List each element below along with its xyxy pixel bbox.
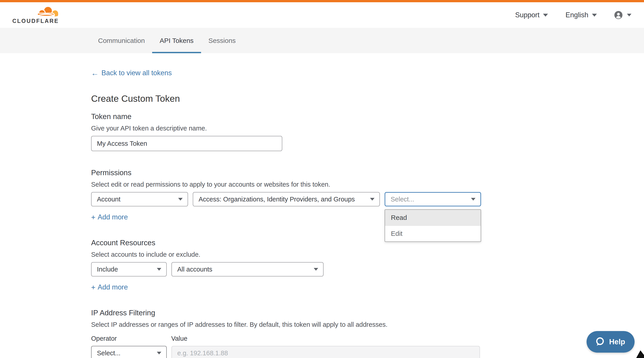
resource-mode-value: Include xyxy=(97,266,118,273)
permission-scope-select[interactable]: Account xyxy=(91,192,188,206)
help-button[interactable]: Help xyxy=(586,331,634,352)
menu-option-edit[interactable]: Edit xyxy=(385,226,481,241)
permissions-description: Select edit or read permissions to apply… xyxy=(91,180,486,188)
ip-operator-placeholder: Select... xyxy=(97,349,120,357)
permissions-add-more-link[interactable]: + Add more xyxy=(91,213,128,221)
account-resources-add-more-label: Add more xyxy=(98,283,128,291)
mouse-cursor xyxy=(636,350,644,358)
profile-tabbar: Communication API Tokens Sessions xyxy=(0,28,644,53)
chevron-down-icon xyxy=(370,198,374,201)
cloudflare-cloud-icon xyxy=(36,6,59,17)
chevron-down-icon xyxy=(471,198,476,201)
plus-icon: + xyxy=(91,284,95,291)
help-button-label: Help xyxy=(609,337,625,346)
account-resources-row: Include All accounts xyxy=(91,262,486,276)
chevron-down-icon xyxy=(314,268,318,271)
token-name-heading: Token name xyxy=(91,112,486,121)
ip-filtering-heading: IP Address Filtering xyxy=(91,308,486,317)
ip-filtering-labels: Operator Value xyxy=(91,335,486,342)
ip-operator-select[interactable]: Select... xyxy=(91,346,167,358)
value-label: Value xyxy=(171,335,187,342)
support-menu[interactable]: Support xyxy=(515,11,548,19)
tab-sessions[interactable]: Sessions xyxy=(201,28,243,53)
main-content: ← Back to view all tokens Create Custom … xyxy=(91,53,486,358)
support-menu-label: Support xyxy=(515,11,540,19)
chat-bubble-icon xyxy=(595,337,605,347)
back-to-tokens-link[interactable]: ← Back to view all tokens xyxy=(91,69,172,77)
tab-api-tokens[interactable]: API Tokens xyxy=(152,28,201,53)
operator-label: Operator xyxy=(91,335,171,342)
menu-option-read[interactable]: Read xyxy=(385,210,481,226)
permission-level-select[interactable]: Select... xyxy=(384,192,481,206)
token-name-input[interactable] xyxy=(91,136,282,151)
header: CLOUDFLARE Support English xyxy=(0,2,644,28)
resource-target-select[interactable]: All accounts xyxy=(172,262,324,276)
ip-filtering-description: Select IP addresses or ranges of IP addr… xyxy=(91,320,486,328)
permission-level-wrap: Select... Read Edit xyxy=(384,192,481,206)
plus-icon: + xyxy=(91,214,95,221)
permission-resource-value: Access: Organizations, Identity Provider… xyxy=(198,196,355,203)
ip-value-input[interactable] xyxy=(172,346,480,358)
resource-mode-select[interactable]: Include xyxy=(91,262,167,276)
chevron-down-icon xyxy=(178,198,183,201)
top-accent-bar xyxy=(0,0,644,2)
account-resources-description: Select accounts to include or exclude. xyxy=(91,250,486,258)
chevron-down-icon xyxy=(543,14,548,17)
user-avatar-icon xyxy=(614,11,622,19)
language-menu[interactable]: English xyxy=(566,11,597,19)
token-name-description: Give your API token a descriptive name. xyxy=(91,124,486,132)
resource-target-value: All accounts xyxy=(177,266,212,273)
permissions-row: Account Access: Organizations, Identity … xyxy=(91,192,486,206)
permission-resource-select[interactable]: Access: Organizations, Identity Provider… xyxy=(193,192,380,206)
chevron-down-icon xyxy=(627,14,632,17)
ip-filtering-row: Select... xyxy=(91,346,486,358)
permission-level-menu: Read Edit xyxy=(384,209,481,242)
back-arrow-icon: ← xyxy=(91,69,99,77)
chevron-down-icon xyxy=(592,14,597,17)
language-menu-label: English xyxy=(566,11,588,19)
permissions-add-more-label: Add more xyxy=(98,213,128,221)
permission-scope-value: Account xyxy=(97,196,120,203)
cloudflare-wordmark: CLOUDFLARE xyxy=(12,18,59,24)
chevron-down-icon xyxy=(157,352,161,354)
permissions-heading: Permissions xyxy=(91,168,486,177)
chevron-down-icon xyxy=(157,268,161,271)
account-resources-add-more-link[interactable]: + Add more xyxy=(91,283,128,291)
cloudflare-logo[interactable]: CLOUDFLARE xyxy=(12,6,59,24)
permission-level-placeholder: Select... xyxy=(391,196,414,203)
back-link-label: Back to view all tokens xyxy=(102,69,172,77)
header-right: Support English xyxy=(515,11,632,19)
page-title: Create Custom Token xyxy=(91,93,486,104)
account-menu[interactable] xyxy=(614,11,632,19)
tab-communication[interactable]: Communication xyxy=(91,28,152,53)
